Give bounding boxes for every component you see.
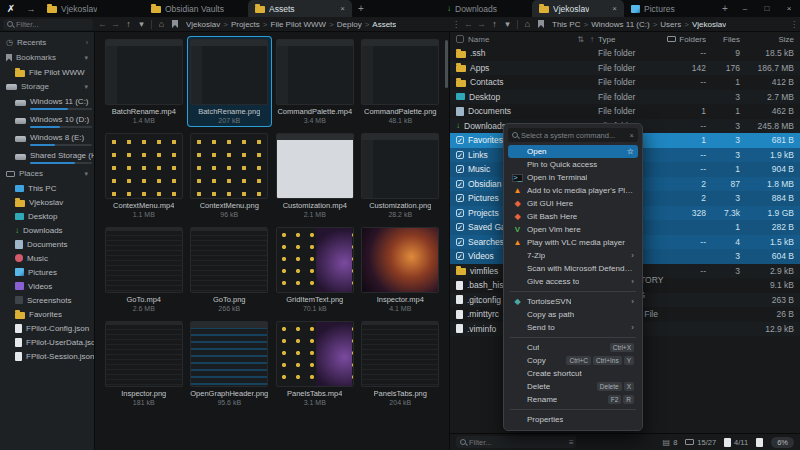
table-row[interactable]: AppsFile folder142176186.7 MB xyxy=(450,61,800,76)
up-icon[interactable]: ↑ xyxy=(122,19,135,29)
breadcrumb-item[interactable]: Vjekoslav xyxy=(186,20,220,29)
bookmark-icon[interactable] xyxy=(172,20,178,28)
command-search[interactable]: Select a system command... × xyxy=(508,128,638,142)
grid-item[interactable]: Inspector.mp44.1 MB xyxy=(359,225,443,314)
row-checkbox[interactable] xyxy=(456,194,464,202)
sidebar-item-fpilot-userdata-json[interactable]: FPilot-UserData.json xyxy=(0,335,94,349)
menu-item-create-shortcut[interactable]: Create shortcut xyxy=(508,367,638,380)
history-dropdown-icon[interactable]: ▾ xyxy=(135,19,148,29)
sidebar-item-windows-8-e-[interactable]: Windows 8 (E:) xyxy=(0,130,94,148)
menu-item-scan-with-microsoft-defender[interactable]: Scan with Microsoft Defender... xyxy=(508,262,638,275)
sidebar-item-videos[interactable]: Videos xyxy=(0,279,94,293)
back-icon[interactable]: ← xyxy=(96,19,109,29)
minimize-button[interactable]: – xyxy=(734,0,756,17)
close-tab-icon[interactable]: × xyxy=(340,4,345,13)
up-icon[interactable]: ↑ xyxy=(488,19,501,29)
list-filter-input[interactable] xyxy=(469,438,566,447)
new-tab-button[interactable]: + xyxy=(352,0,370,17)
tab-pictures[interactable]: Pictures xyxy=(624,0,716,17)
breadcrumb-item[interactable]: Windows 11 (C:) xyxy=(591,20,650,29)
breadcrumb-item[interactable]: This PC xyxy=(552,20,580,29)
sidebar-item-windows-11-c-[interactable]: Windows 11 (C:) xyxy=(0,94,94,112)
row-checkbox[interactable] xyxy=(456,136,464,144)
breadcrumb-item[interactable]: Users xyxy=(660,20,681,29)
menu-item-properties[interactable]: Properties xyxy=(508,413,638,426)
row-checkbox[interactable] xyxy=(456,238,464,246)
menu-item-add-to-vlc-media-player-s-playlist[interactable]: ▲Add to vlc media player's Playlist xyxy=(508,184,638,197)
root-icon[interactable]: ⌂ xyxy=(155,19,168,29)
new-tab-button[interactable]: + xyxy=(716,0,734,17)
root-icon[interactable]: ⌂ xyxy=(521,19,534,29)
sidebar-filter-input[interactable] xyxy=(16,20,89,29)
menu-item-open[interactable]: Open☆ xyxy=(508,145,638,158)
tab-assets[interactable]: Assets× xyxy=(248,0,352,17)
grid-item[interactable]: Inspector.png181 kB xyxy=(102,319,186,408)
menu-item-cut[interactable]: CutCtrl+X xyxy=(508,341,638,354)
table-row[interactable]: ContactsFile folder--1412 B xyxy=(450,75,800,90)
menu-item-open-vim-here[interactable]: VOpen Vim here xyxy=(508,223,638,236)
sidebar-item-fpilot-session-json[interactable]: FPilot-Session.json xyxy=(0,349,94,363)
sidebar-item-shared-storage-h-[interactable]: Shared Storage (H:) xyxy=(0,148,94,166)
column-header-type[interactable]: Type xyxy=(598,35,658,44)
scrollbar-thumb[interactable] xyxy=(445,40,448,88)
chevron-right-icon[interactable]: › xyxy=(86,39,88,46)
table-row[interactable]: .sshFile folder--918.5 kB xyxy=(450,46,800,61)
chevron-down-icon[interactable]: ▾ xyxy=(84,170,88,178)
menu-item-git-gui-here[interactable]: ◆Git GUI Here xyxy=(508,197,638,210)
breadcrumb-item[interactable]: Deploy xyxy=(337,20,362,29)
sidebar-item-favorites[interactable]: Favorites xyxy=(0,307,94,321)
grid-item[interactable]: PanelsTabs.png204 kB xyxy=(359,319,443,408)
chevron-down-icon[interactable]: ▾ xyxy=(84,54,88,62)
sidebar-item-downloads[interactable]: ↓Downloads xyxy=(0,223,94,237)
sidebar-item-desktop[interactable]: Desktop xyxy=(0,209,94,223)
app-logo-icon[interactable]: ✗ xyxy=(0,0,22,17)
grid-item[interactable]: GoTo.mp42.6 MB xyxy=(102,225,186,314)
tab-overflow-icon[interactable]: → xyxy=(22,0,40,17)
filter-tree-icon[interactable]: ≡ xyxy=(569,438,574,447)
grid-item[interactable]: OpenGraphHeader.png95.6 kB xyxy=(188,319,272,408)
menu-item-open-in-terminal[interactable]: >_Open in Terminal xyxy=(508,171,638,184)
tab-vjekoslav[interactable]: Vjekoslav× xyxy=(532,0,624,17)
tab-vjekoslav[interactable]: Vjekoslav xyxy=(40,0,144,17)
close-window-button[interactable]: × xyxy=(778,0,800,17)
favorite-star-icon[interactable]: ☆ xyxy=(627,147,634,156)
menu-item-7-zip[interactable]: 7-Zip› xyxy=(508,249,638,262)
menu-item-copy[interactable]: CopyCtrl+CCtrl+InsY xyxy=(508,354,638,367)
sidebar-item-file-pilot-www[interactable]: File Pilot WWW xyxy=(0,65,94,79)
row-checkbox[interactable] xyxy=(456,180,464,188)
close-tab-icon[interactable]: × xyxy=(612,4,617,13)
column-header-folders[interactable]: Folders xyxy=(662,35,706,44)
grid-item[interactable]: GoTo.png266 kB xyxy=(188,225,272,314)
row-checkbox[interactable] xyxy=(456,165,464,173)
tab-obsidian-vaults[interactable]: Obsidian Vaults xyxy=(144,0,248,17)
breadcrumb-item[interactable]: Projects xyxy=(231,20,260,29)
sidebar-item-music[interactable]: Music xyxy=(0,251,94,265)
menu-item-give-access-to[interactable]: Give access to› xyxy=(508,275,638,288)
forward-icon[interactable]: → xyxy=(109,19,122,29)
column-header-name[interactable]: Name⇅↑ xyxy=(468,35,594,44)
sidebar-section-places[interactable]: Places▾ xyxy=(0,166,94,181)
row-checkbox[interactable] xyxy=(456,151,464,159)
sidebar-item-this-pc[interactable]: This PC xyxy=(0,181,94,195)
sidebar-item-vjekoslav[interactable]: Vjekoslav xyxy=(0,195,94,209)
grid-item[interactable]: CommandPalette.png48.1 kB xyxy=(359,37,443,126)
menu-item-play-with-vlc-media-player[interactable]: ▲Play with VLC media player xyxy=(508,236,638,249)
forward-icon[interactable]: → xyxy=(475,19,488,29)
menu-item-send-to[interactable]: Send to› xyxy=(508,321,638,334)
column-header-files[interactable]: Files xyxy=(710,35,740,44)
row-checkbox[interactable] xyxy=(456,252,464,260)
column-header-size[interactable]: Size xyxy=(744,35,794,44)
breadcrumb-item[interactable]: Assets xyxy=(372,20,396,29)
grid-item[interactable]: BatchRename.png207 kB xyxy=(188,37,272,126)
table-row[interactable]: DesktopFile folder32.7 MB xyxy=(450,90,800,105)
sidebar-item-pictures[interactable]: Pictures xyxy=(0,265,94,279)
history-dropdown-icon[interactable]: ▾ xyxy=(501,19,514,29)
grid-item[interactable]: PanelsTabs.mp43.1 MB xyxy=(273,319,357,408)
grid-item[interactable]: Customization.mp42.1 MB xyxy=(273,131,357,220)
row-checkbox[interactable] xyxy=(456,223,464,231)
sort-ascending-icon[interactable]: ↑ xyxy=(590,35,594,44)
sidebar-item-fpilot-config-json[interactable]: FPilot-Config.json xyxy=(0,321,94,335)
grid-item[interactable]: CommandPalette.mp43.4 MB xyxy=(273,37,357,126)
grid-item[interactable]: ContextMenu.png96 kB xyxy=(188,131,272,220)
breadcrumb-item[interactable]: File Pilot WWW xyxy=(271,20,327,29)
